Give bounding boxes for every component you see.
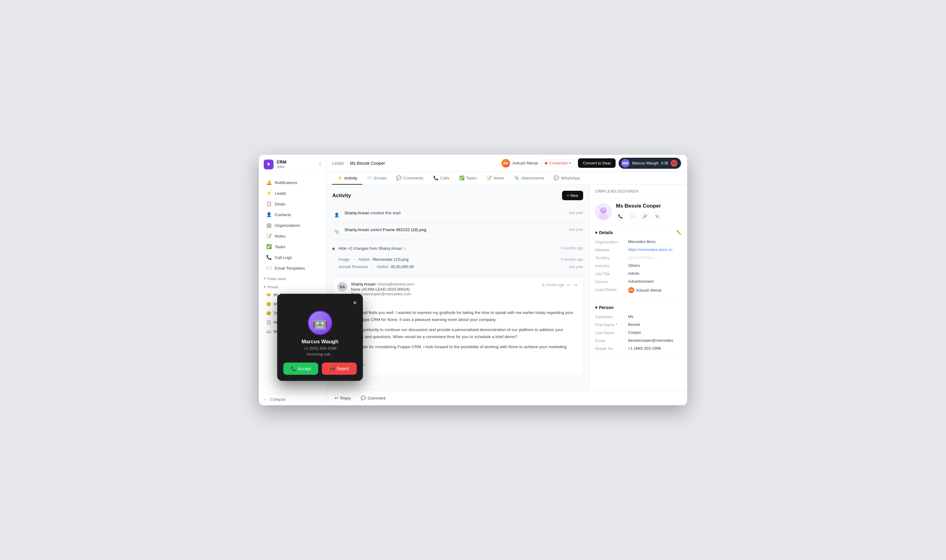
tab-tasks[interactable]: ✅ Tasks bbox=[454, 172, 482, 185]
sidebar-item-organizations[interactable]: 🏢 Organizations bbox=[261, 220, 323, 231]
incoming-call-overlay: ✕ 🤖 Marcus Waugh +1 (505) 555-4398 Incom… bbox=[277, 294, 363, 381]
caller-overlay-avatar: 🤖 bbox=[308, 311, 332, 335]
industry-label: Industry bbox=[595, 263, 626, 268]
sidebar-header: ▼ CRM John ⟨ bbox=[259, 155, 326, 175]
status-badge[interactable]: Contacted ▾ bbox=[541, 159, 575, 167]
person-section-header: ▾ Person bbox=[595, 305, 682, 310]
detail-row-industry: Industry Others bbox=[595, 263, 682, 268]
public-views-section[interactable]: ▾ Public views bbox=[259, 274, 326, 282]
email-button[interactable]: ✉️ bbox=[628, 212, 637, 221]
activity-item: 📎 Shariq Ansari added Frame 482152 (18).… bbox=[332, 223, 583, 240]
edit-details-button[interactable]: ✏️ bbox=[676, 230, 682, 235]
attachment-button[interactable]: 📎 bbox=[653, 212, 662, 221]
salutation-value: Ms bbox=[628, 314, 682, 319]
sidebar-item-email-templates[interactable]: ✉️ Email Templates bbox=[261, 263, 323, 273]
caller-overlay-name: Marcus Waugh bbox=[283, 339, 357, 345]
activity-changes-item: Hide +2 changes from Shariq Ansari ↕ 9 m… bbox=[332, 240, 583, 274]
caller-overlay-phone: +1 (505) 555-4398 bbox=[283, 346, 357, 351]
change-action: Added bbox=[377, 265, 388, 269]
chevron-down-icon: ▾ bbox=[569, 161, 571, 165]
leads-icon: ⚡ bbox=[266, 191, 272, 196]
detail-row-owner: Lead Owner AM Ankush Menat bbox=[595, 287, 682, 293]
lastname-value: Cooper bbox=[628, 330, 682, 335]
arrow-icon: → bbox=[370, 265, 374, 269]
sidebar-item-notes[interactable]: 📝 Notes bbox=[261, 231, 323, 241]
change-row: Image → Added /files/avatar (23).png 9 m… bbox=[338, 255, 583, 263]
link-button[interactable]: 🔗 bbox=[640, 212, 650, 221]
phone-button[interactable]: 📞 bbox=[616, 212, 625, 221]
reject-call-button[interactable]: 📵 Reject bbox=[322, 363, 357, 375]
tab-attachments[interactable]: 📎 Attachments bbox=[509, 172, 549, 185]
arrow-icon: → bbox=[352, 257, 356, 262]
breadcrumb-current: Ms Bessie Cooper bbox=[350, 161, 385, 166]
jobtitle-label: Job Title bbox=[595, 271, 626, 276]
breadcrumb-parent[interactable]: Leads bbox=[332, 161, 344, 166]
email-reply-icon-button[interactable]: ↩ bbox=[566, 282, 571, 288]
my-deals-icon: 😊 bbox=[266, 302, 271, 306]
sidebar-item-tasks[interactable]: ✅ Tasks bbox=[261, 242, 323, 252]
pinned-section[interactable]: ▾ Pinned bbox=[259, 282, 326, 290]
tab-notes[interactable]: 📝 Notes bbox=[481, 172, 509, 185]
sidebar-item-label: Organizations bbox=[275, 223, 300, 228]
end-call-button[interactable]: 📵 bbox=[671, 160, 677, 166]
tab-whatsapp[interactable]: 💬 WhatsApp bbox=[549, 172, 585, 185]
email-actions: 8 months ago ↩ ↪ bbox=[542, 282, 578, 288]
call-overlay-header: ✕ bbox=[283, 300, 357, 306]
person-title[interactable]: ▾ Person bbox=[595, 305, 613, 310]
sidebar-item-contacts[interactable]: 👤 Contacts bbox=[261, 209, 323, 220]
tab-emails[interactable]: ✉️ Emails bbox=[362, 172, 392, 185]
breadcrumb-separator: / bbox=[346, 161, 347, 166]
email-body: Dear Bessie, I hope this email finds you… bbox=[333, 299, 583, 376]
sidebar-item-label: Contacts bbox=[275, 212, 291, 217]
tab-activity[interactable]: ⚡ Activity bbox=[332, 172, 362, 185]
org-value: Mercedes Benz bbox=[628, 239, 682, 244]
source-label: Source bbox=[595, 279, 626, 284]
activity-item-content: Shariq Ansari added Frame 482152 (18).pn… bbox=[344, 227, 566, 233]
chevron-down-icon: ▾ bbox=[264, 285, 265, 289]
activity-item-text: Shariq Ansari added Frame 482152 (18).pn… bbox=[344, 227, 566, 233]
email-forward-icon-button[interactable]: ↪ bbox=[573, 282, 578, 288]
reject-call-label: Reject bbox=[337, 366, 349, 371]
territory-value[interactable]: Select Territory... bbox=[628, 255, 682, 260]
sidebar-item-notifications[interactable]: 🔔 Notifications bbox=[261, 177, 323, 188]
changes-time: 9 months ago bbox=[561, 246, 583, 250]
tab-comments[interactable]: 💬 Comments bbox=[391, 172, 428, 185]
user-badge: AM Ankush Menat bbox=[502, 159, 538, 168]
accept-call-button[interactable]: 📞 Accept bbox=[283, 363, 318, 375]
sidebar-toggle[interactable]: ⟨ bbox=[319, 162, 321, 168]
tab-attachments-label: Attachments bbox=[521, 176, 544, 180]
changes-list: Image → Added /files/avatar (23).png 9 m… bbox=[332, 255, 583, 270]
calls-tab-icon: 📞 bbox=[433, 175, 438, 180]
email-time: 8 months ago bbox=[542, 283, 565, 287]
reply-button[interactable]: ↩ Reply bbox=[332, 394, 353, 402]
details-title[interactable]: ▾ Details bbox=[595, 230, 613, 235]
accept-call-label: Accept bbox=[298, 366, 311, 371]
jobtitle-value: Admin bbox=[628, 271, 682, 276]
collapse-button[interactable]: ← Collapse bbox=[259, 393, 326, 405]
comment-label: Comment bbox=[368, 396, 386, 400]
tab-calls[interactable]: 📞 Calls bbox=[428, 172, 454, 185]
activity-header: Activity + New bbox=[332, 191, 583, 200]
comment-button[interactable]: 💬 Comment bbox=[358, 394, 388, 402]
comments-tab-icon: 💬 bbox=[396, 175, 401, 180]
sidebar-item-label: Deals bbox=[275, 202, 285, 206]
detail-row-territory: Territory Select Territory... bbox=[595, 255, 682, 260]
email-line-4: Thank you again for considering Frappe C… bbox=[338, 343, 578, 358]
detail-row-mobile: Mobile No +1 (480) 555-2998 bbox=[595, 346, 682, 351]
website-value[interactable]: https://mercedes-benz.cc bbox=[628, 247, 682, 252]
activity-time: last year bbox=[569, 228, 583, 232]
close-call-overlay-button[interactable]: ✕ bbox=[353, 300, 357, 306]
sidebar-item-leads[interactable]: ⚡ Leads bbox=[261, 188, 323, 198]
attachment-icon: 📎 bbox=[332, 228, 341, 236]
main-content: Leads / Ms Bessie Cooper AM Ankush Menat… bbox=[326, 155, 687, 405]
hide-changes-label: Hide +2 changes from Shariq Ansari bbox=[338, 246, 402, 251]
hide-changes-toggle[interactable]: Hide +2 changes from Shariq Ansari ↕ bbox=[338, 244, 406, 252]
sidebar-item-call-logs[interactable]: 📞 Call Logs bbox=[261, 252, 323, 263]
bell-icon: 🔔 bbox=[266, 180, 272, 185]
sidebar-item-deals[interactable]: 📋 Deals bbox=[261, 199, 323, 209]
sidebar-item-label: Notifications bbox=[275, 180, 297, 185]
emails-tab-icon: ✉️ bbox=[367, 175, 372, 180]
new-activity-button[interactable]: + New bbox=[562, 191, 583, 200]
convert-to-deal-button[interactable]: Convert to Deal bbox=[578, 158, 615, 168]
change-row-inner: Annual Revenue → Added 45,00,000.00 bbox=[338, 265, 414, 269]
